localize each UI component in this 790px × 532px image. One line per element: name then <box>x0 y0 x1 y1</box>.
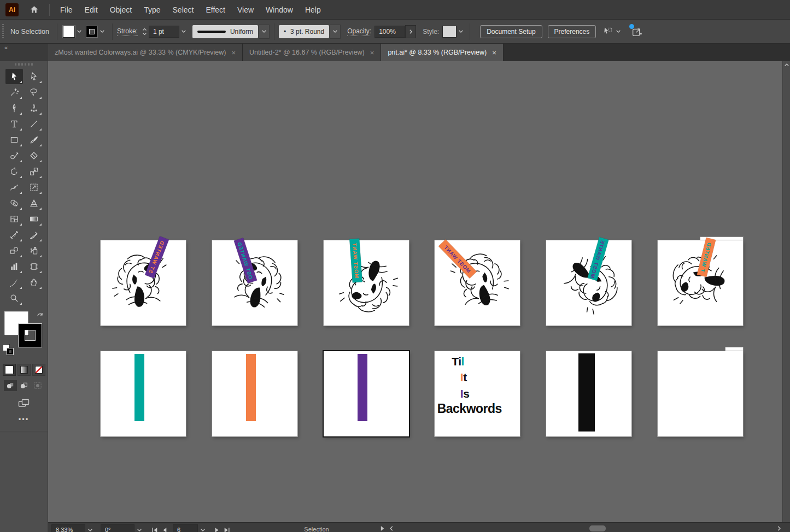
brush-chevron-icon[interactable] <box>330 25 341 39</box>
opacity-label[interactable]: Opacity: <box>347 27 371 36</box>
draw-inside-button[interactable] <box>31 380 44 391</box>
menu-edit[interactable]: Edit <box>79 0 104 20</box>
artboard-bottom-1[interactable] <box>101 351 186 436</box>
artboard-number-input[interactable]: 6 <box>173 524 198 532</box>
document-tab-2[interactable]: Untitled-2* @ 16.67 % (RGB/Preview)× <box>243 44 381 61</box>
stroke-profile-select[interactable]: Uniform <box>192 25 258 38</box>
artboard-top-6[interactable]: T WANTED <box>658 240 743 326</box>
vertical-scrollbar[interactable] <box>782 61 790 532</box>
opacity-arrow-icon[interactable] <box>405 25 416 38</box>
rotation-chevron-icon[interactable] <box>134 524 144 532</box>
blend-tool-icon[interactable] <box>5 243 23 258</box>
zoom-tool-icon[interactable] <box>5 291 23 306</box>
stroke-weight-input[interactable]: 1 pt <box>149 26 179 38</box>
artboard-bottom-3[interactable] <box>324 351 409 436</box>
knife-tool-icon[interactable] <box>5 275 23 290</box>
first-artboard-icon[interactable] <box>150 524 160 532</box>
fill-color-control[interactable] <box>63 26 84 38</box>
lasso-tool-icon[interactable] <box>25 85 43 100</box>
style-swatch[interactable] <box>442 26 457 38</box>
gradient-button[interactable] <box>17 364 31 376</box>
fill-chevron-down-icon[interactable] <box>75 26 84 37</box>
free-transform-tool-icon[interactable] <box>25 180 43 195</box>
artboard-top-1[interactable]: ST WANTED <box>101 240 186 326</box>
artboard-bottom-5[interactable] <box>546 351 631 436</box>
style-chevron-icon[interactable] <box>457 26 465 37</box>
menu-object[interactable]: Object <box>104 0 138 20</box>
hscroll-thumb[interactable] <box>589 525 606 531</box>
hand-tool-icon[interactable] <box>25 275 43 290</box>
canvas-area[interactable]: ST WANTEDOST WANTEDMOST WANTMOST WANTMOS… <box>48 61 790 532</box>
last-artboard-icon[interactable] <box>222 524 232 532</box>
screen-mode-icon[interactable] <box>0 398 48 409</box>
gradient-tool-icon[interactable] <box>25 211 43 227</box>
pen-tool-icon[interactable] <box>5 101 23 116</box>
magic-wand-tool-icon[interactable] <box>5 85 23 100</box>
menu-window[interactable]: Window <box>260 0 299 20</box>
artboard-top-2[interactable]: OST WANTED <box>212 240 297 326</box>
eraser-tool-icon[interactable] <box>25 148 43 163</box>
direct-selection-tool-icon[interactable] <box>25 69 43 84</box>
stroke-profile-chevron-icon[interactable] <box>259 25 270 39</box>
stroke-color-indicator[interactable] <box>19 324 42 347</box>
zoom-chevron-icon[interactable] <box>85 524 95 532</box>
measure-tool-icon[interactable] <box>5 227 23 243</box>
select-similar-icon[interactable] <box>602 26 621 37</box>
home-icon[interactable] <box>26 3 42 16</box>
zoom-level-input[interactable]: 8.33% <box>51 524 85 532</box>
color-button[interactable] <box>3 364 16 376</box>
draw-behind-button[interactable] <box>17 380 31 391</box>
column-graph-tool-icon[interactable] <box>5 259 23 274</box>
share-document-icon[interactable] <box>631 26 643 38</box>
paintbrush-tool-icon[interactable] <box>25 132 43 147</box>
puppet-warp-tool-icon[interactable] <box>5 180 23 195</box>
status-tool-display[interactable]: Selection <box>276 526 358 532</box>
curvature-tool-icon[interactable] <box>25 101 43 116</box>
menu-file[interactable]: File <box>54 0 79 20</box>
opacity-input[interactable]: 100% <box>374 26 405 38</box>
previous-artboard-icon[interactable] <box>160 524 169 532</box>
perspective-grid-tool-icon[interactable] <box>25 196 43 211</box>
draw-normal-button[interactable] <box>4 380 17 391</box>
toolbar-collapse-button[interactable]: « <box>0 44 48 61</box>
artboard-bottom-4[interactable]: TilItIsBackwords <box>435 351 520 436</box>
document-tab-3[interactable]: prit.ai* @ 8.33 % (RGB/Preview)× <box>381 44 503 61</box>
menu-view[interactable]: View <box>231 0 260 20</box>
swap-fill-stroke-icon[interactable] <box>36 311 44 318</box>
shaper-tool-icon[interactable] <box>5 148 23 163</box>
rotate-tool-icon[interactable] <box>5 164 23 179</box>
selection-tool-icon[interactable] <box>5 69 23 84</box>
artboard-top-3[interactable]: MOST WANT <box>324 240 409 326</box>
rotation-input[interactable]: 0° <box>101 524 134 532</box>
artboard-top-4[interactable]: MOST WANT <box>435 240 520 326</box>
illustrator-app-icon[interactable]: Ai <box>5 3 19 16</box>
type-tool-icon[interactable] <box>5 116 23 132</box>
artboard-bottom-6[interactable] <box>658 351 743 436</box>
symbol-sprayer-tool-icon[interactable] <box>25 243 43 258</box>
shape-builder-tool-icon[interactable] <box>5 196 23 211</box>
stroke-chevron-down-icon[interactable] <box>98 26 107 37</box>
control-bar-grip[interactable] <box>2 24 4 39</box>
stroke-color-control[interactable] <box>86 26 107 38</box>
line-segment-tool-icon[interactable] <box>25 116 43 132</box>
fill-color-swatch[interactable] <box>63 26 75 38</box>
next-artboard-icon[interactable] <box>212 524 222 532</box>
menu-effect[interactable]: Effect <box>200 0 231 20</box>
stroke-weight-label[interactable]: Stroke: <box>117 27 138 36</box>
tab-close-icon[interactable]: × <box>232 49 236 57</box>
preferences-button[interactable]: Preferences <box>548 25 596 38</box>
document-setup-button[interactable]: Document Setup <box>480 25 542 38</box>
eyedropper-tool-icon[interactable] <box>25 227 43 243</box>
edit-toolbar-dots[interactable]: ••• <box>0 415 48 423</box>
mesh-tool-icon[interactable] <box>5 211 23 227</box>
menu-help[interactable]: Help <box>299 0 327 20</box>
artboard-tool-icon[interactable] <box>25 259 43 274</box>
toolbar-grip[interactable] <box>0 61 48 68</box>
tab-close-icon[interactable]: × <box>492 49 496 57</box>
document-tab-1[interactable]: zMost wanted Colorways.ai @ 33.33 % (CMY… <box>48 44 243 61</box>
stroke-color-swatch[interactable] <box>86 26 98 38</box>
rectangle-tool-icon[interactable] <box>5 132 23 147</box>
stroke-weight-stepper[interactable] <box>142 28 147 36</box>
hscroll-track[interactable] <box>394 524 777 532</box>
menu-type[interactable]: Type <box>138 0 166 20</box>
